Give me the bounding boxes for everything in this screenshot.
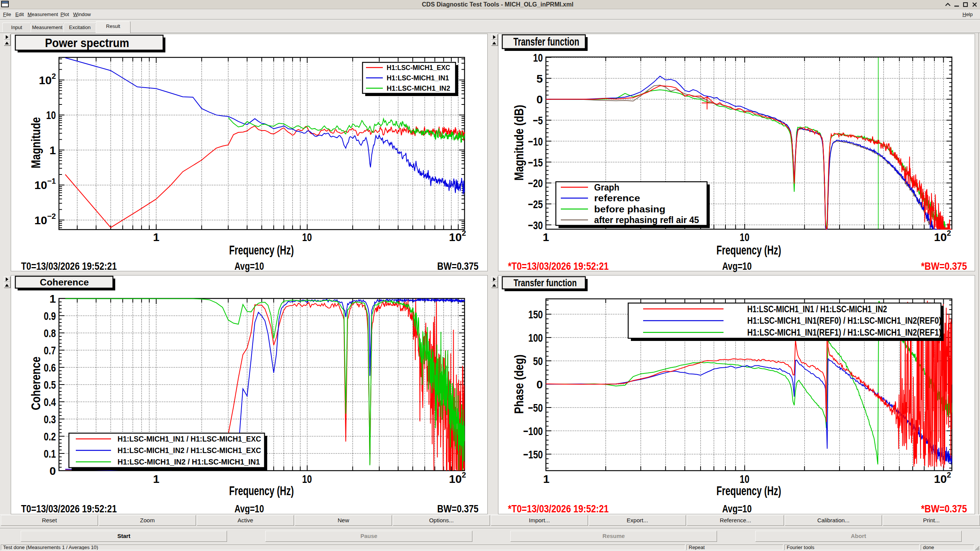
svg-text:−30: −30 bbox=[528, 219, 543, 231]
svg-text:−5: −5 bbox=[533, 114, 543, 127]
svg-text:*BW=0.375: *BW=0.375 bbox=[921, 260, 967, 272]
svg-text:10−1: 10−1 bbox=[34, 177, 56, 191]
svg-text:0.6: 0.6 bbox=[44, 361, 56, 374]
svg-text:1: 1 bbox=[543, 231, 549, 243]
svg-text:T0=13/03/2026 19:52:21: T0=13/03/2026 19:52:21 bbox=[21, 503, 117, 514]
svg-text:before phasing: before phasing bbox=[594, 204, 665, 214]
svg-text:Frequency (Hz): Frequency (Hz) bbox=[229, 483, 294, 498]
svg-text:100: 100 bbox=[528, 331, 543, 344]
svg-text:−15: −15 bbox=[528, 156, 543, 169]
svg-text:Coherence: Coherence bbox=[28, 357, 43, 410]
svg-text:Frequency (Hz): Frequency (Hz) bbox=[717, 243, 781, 257]
svg-text:0.2: 0.2 bbox=[44, 430, 56, 443]
svg-text:H1:LSC-MICH1_IN1(REF0) / H1:LS: H1:LSC-MICH1_IN1(REF0) / H1:LSC-MICH1_IN… bbox=[747, 316, 941, 326]
svg-text:Transfer function: Transfer function bbox=[514, 277, 577, 289]
svg-text:−150: −150 bbox=[523, 448, 543, 461]
svg-text:T0=13/03/2026 19:52:21: T0=13/03/2026 19:52:21 bbox=[21, 260, 117, 272]
svg-text:−10: −10 bbox=[528, 135, 543, 148]
svg-text:0.4: 0.4 bbox=[44, 396, 56, 408]
svg-text:Frequency (Hz): Frequency (Hz) bbox=[717, 483, 781, 498]
svg-text:Frequency (Hz): Frequency (Hz) bbox=[229, 243, 294, 257]
svg-text:Power spectrum: Power spectrum bbox=[45, 36, 129, 50]
svg-text:H1:LSC-MICH1_IN2: H1:LSC-MICH1_IN2 bbox=[387, 84, 450, 92]
svg-text:H1:LSC-MICH1_IN2 / H1:LSC-MICH: H1:LSC-MICH1_IN2 / H1:LSC-MICH1_EXC bbox=[118, 446, 261, 455]
svg-text:102: 102 bbox=[449, 471, 466, 485]
svg-text:*T0=13/03/2026 19:52:21: *T0=13/03/2026 19:52:21 bbox=[508, 260, 609, 272]
svg-text:Graph: Graph bbox=[594, 182, 619, 192]
svg-text:0.1: 0.1 bbox=[44, 447, 56, 460]
svg-text:Transfer function: Transfer function bbox=[513, 36, 579, 48]
svg-text:0: 0 bbox=[536, 93, 543, 106]
svg-text:Avg=10: Avg=10 bbox=[722, 260, 752, 272]
svg-text:BW=0.375: BW=0.375 bbox=[437, 260, 479, 272]
svg-text:Magnitude (dB): Magnitude (dB) bbox=[511, 105, 526, 181]
svg-text:1: 1 bbox=[153, 231, 160, 243]
svg-text:1: 1 bbox=[543, 473, 550, 485]
svg-text:Avg=10: Avg=10 bbox=[722, 503, 752, 514]
svg-text:Avg=10: Avg=10 bbox=[235, 260, 264, 272]
svg-text:*BW=0.375: *BW=0.375 bbox=[921, 503, 967, 514]
svg-text:*T0=13/03/2026 19:52:21: *T0=13/03/2026 19:52:21 bbox=[508, 503, 609, 514]
svg-text:102: 102 bbox=[934, 229, 951, 243]
svg-text:H1:LSC-MICH1_IN1 / H1:LSC-MICH: H1:LSC-MICH1_IN1 / H1:LSC-MICH1_EXC bbox=[118, 435, 261, 443]
svg-text:−25: −25 bbox=[528, 198, 543, 210]
svg-text:0.8: 0.8 bbox=[44, 327, 56, 339]
svg-text:0.5: 0.5 bbox=[44, 378, 56, 391]
svg-text:0.3: 0.3 bbox=[44, 413, 56, 425]
svg-text:0.9: 0.9 bbox=[44, 310, 56, 322]
svg-text:−100: −100 bbox=[523, 425, 543, 437]
svg-text:BW=0.375: BW=0.375 bbox=[437, 503, 479, 514]
svg-text:10: 10 bbox=[740, 231, 749, 243]
svg-text:0: 0 bbox=[49, 465, 56, 477]
svg-text:Coherence: Coherence bbox=[40, 277, 89, 287]
svg-text:Phase (deg): Phase (deg) bbox=[511, 355, 526, 414]
svg-text:102: 102 bbox=[39, 72, 56, 86]
svg-text:reference: reference bbox=[594, 193, 640, 203]
svg-text:102: 102 bbox=[934, 471, 951, 485]
svg-text:150: 150 bbox=[528, 308, 543, 321]
svg-text:1: 1 bbox=[49, 144, 56, 156]
svg-text:H1:LSC-MICH1_IN1 / H1:LSC-MICH: H1:LSC-MICH1_IN1 / H1:LSC-MICH1_IN2 bbox=[747, 304, 887, 314]
svg-text:H1:LSC-MICH1_IN2 / H1:LSC-MICH: H1:LSC-MICH1_IN2 / H1:LSC-MICH1_IN1 bbox=[118, 458, 260, 466]
svg-text:0.7: 0.7 bbox=[44, 344, 56, 357]
svg-text:102: 102 bbox=[449, 229, 466, 243]
svg-text:50: 50 bbox=[533, 355, 543, 367]
svg-text:after rephasing refl air 45: after rephasing refl air 45 bbox=[594, 215, 699, 225]
svg-text:−50: −50 bbox=[528, 401, 543, 414]
svg-text:H1:LSC-MICH1_EXC: H1:LSC-MICH1_EXC bbox=[387, 64, 450, 72]
svg-text:1: 1 bbox=[153, 473, 160, 485]
svg-text:10: 10 bbox=[302, 473, 312, 485]
svg-text:−20: −20 bbox=[528, 177, 543, 189]
svg-text:Avg=10: Avg=10 bbox=[235, 503, 264, 514]
svg-text:10−2: 10−2 bbox=[34, 212, 56, 227]
svg-text:H1:LSC-MICH1_IN1: H1:LSC-MICH1_IN1 bbox=[387, 74, 449, 82]
svg-text:1: 1 bbox=[49, 292, 56, 305]
svg-text:H1:LSC-MICH1_IN1(REF1) / H1:LS: H1:LSC-MICH1_IN1(REF1) / H1:LSC-MICH1_IN… bbox=[747, 328, 941, 337]
svg-text:0: 0 bbox=[536, 378, 543, 391]
svg-text:Magnitude: Magnitude bbox=[28, 117, 43, 168]
svg-text:10: 10 bbox=[533, 51, 543, 64]
svg-text:10: 10 bbox=[302, 231, 312, 243]
svg-text:5: 5 bbox=[536, 72, 543, 85]
svg-text:10: 10 bbox=[46, 109, 56, 121]
